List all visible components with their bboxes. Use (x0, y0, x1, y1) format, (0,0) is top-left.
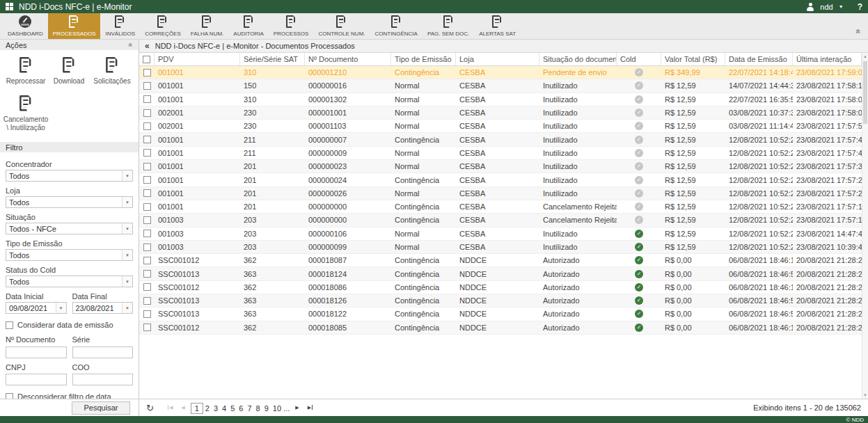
column-header-tipo-de-emissao[interactable]: Tipo de Emissão (391, 53, 456, 65)
select-all-checkbox[interactable] (143, 56, 150, 63)
table-row[interactable]: 001001310000001210ContingênciaCESBAPende… (139, 66, 862, 79)
refresh-icon[interactable]: ↻ (146, 403, 154, 413)
row-checkbox[interactable] (143, 69, 151, 77)
user-menu[interactable]: ndd (820, 3, 833, 11)
column-header-valor-total-r[interactable]: Valor Total (R$) (661, 53, 725, 65)
row-checkbox[interactable] (143, 203, 151, 211)
page-button-6[interactable]: 6 (237, 404, 245, 413)
tab-invalidos[interactable]: ✕INVÁLIDOS (100, 13, 140, 39)
page-button-1[interactable]: 1 (191, 403, 203, 414)
tab-auditoria[interactable]: iAUDITORIA (228, 13, 268, 39)
help-button[interactable]: ? (858, 2, 862, 12)
row-checkbox[interactable] (143, 163, 151, 170)
scrollbar-thumb[interactable] (863, 61, 867, 124)
column-header-data-de-emissao[interactable]: Data de Emissão (725, 53, 793, 65)
vertical-scrollbar[interactable]: ▲ ▼ (862, 53, 868, 399)
collapse-ribbon-icon[interactable]: « (854, 29, 864, 34)
table-row[interactable]: 001001211000000009NormalCESBAInutilizado… (139, 147, 862, 160)
row-checkbox[interactable] (143, 95, 151, 103)
row-checkbox[interactable] (143, 257, 151, 264)
tab-falha-num[interactable]: −FALHA NUM. (186, 13, 229, 39)
tab-processos[interactable]: ⚙PROCESSOS (269, 13, 314, 39)
cnpj-input[interactable] (6, 374, 67, 385)
cancelamento-inutilizacao-button[interactable]: ✕Cancelamento \ Inutilização (4, 94, 47, 132)
num-documento-input[interactable] (6, 346, 67, 358)
column-header-serie-serie-sat[interactable]: Série/Série SAT (240, 53, 305, 65)
next-page-button[interactable]: ▶ (292, 405, 301, 410)
tab-alertas-sat[interactable]: ⊘ALERTAS SAT (474, 13, 521, 39)
first-page-button[interactable]: ◀ (165, 405, 175, 410)
page-button-8[interactable]: 8 (254, 404, 262, 413)
column-header-n-documento[interactable]: Nº Documento (305, 53, 391, 65)
table-row[interactable]: 002001230000001103NormalCESBAInutilizado… (139, 120, 862, 133)
collapse-sidebar-icon[interactable]: « (145, 41, 150, 51)
row-checkbox[interactable] (143, 136, 151, 143)
table-row[interactable]: SSC001012362000018085ContingênciaNDDCEAu… (139, 321, 862, 335)
table-row[interactable]: SSC001013363000018126ContingênciaNDDCEAu… (139, 294, 862, 308)
row-checkbox[interactable] (143, 297, 151, 305)
reprocessar-button[interactable]: ↻Reprocessar (4, 56, 47, 86)
table-row[interactable]: SSC001013363000018124ContingênciaNDDCEAu… (139, 267, 862, 280)
tab-contingencia[interactable]: ▲CONTINGÊNCIA (370, 13, 423, 39)
scroll-up-icon[interactable]: ▲ (862, 53, 868, 60)
tab-processados[interactable]: ✓PROCESSADOS (48, 13, 101, 39)
coo-input[interactable] (72, 374, 134, 385)
column-header-loja[interactable]: Loja (456, 53, 539, 65)
table-row[interactable]: 001001211000000007ContingênciaCESBAInuti… (139, 133, 862, 146)
data-final-select[interactable]: 23/08/2021 ▼ (72, 302, 134, 314)
column-header-situacao-do-documento[interactable]: Situação do documento (539, 53, 617, 65)
table-row[interactable]: 001003203000000106NormalCESBAInutilizado… (139, 228, 862, 241)
data-inicial-select[interactable]: 09/08/2021 ▼ (6, 302, 67, 314)
page-button-9[interactable]: 9 (262, 404, 271, 413)
serie-input[interactable] (72, 346, 134, 358)
row-checkbox[interactable] (143, 216, 151, 224)
table-row[interactable]: 001001201000000026NormalCESBAInutilizado… (139, 187, 862, 200)
row-checkbox[interactable] (143, 149, 151, 157)
row-checkbox[interactable] (143, 283, 151, 291)
table-row[interactable]: 001001310000001302NormalCESBAInutilizado… (139, 93, 862, 106)
table-row[interactable]: 001001201000000023NormalCESBAInutilizado… (139, 160, 862, 173)
table-row[interactable]: 001003203000000099NormalCESBAInutilizado… (139, 241, 862, 254)
tab-controle-num[interactable]: !CONTROLE NUM. (313, 13, 370, 39)
solicitacoes-button[interactable]: ◉Solicitações (90, 56, 134, 86)
collapse-panel-icon[interactable]: « (127, 43, 135, 47)
considerar-emissao-checkbox[interactable] (6, 321, 13, 329)
page-button-2[interactable]: 2 (203, 404, 212, 413)
table-row[interactable]: SSC001012362000018086ContingênciaNDDCEAu… (139, 281, 862, 294)
loja-select[interactable]: Todos ▼ (6, 196, 133, 208)
row-checkbox[interactable] (143, 176, 151, 184)
row-checkbox[interactable] (143, 122, 151, 130)
row-checkbox[interactable] (143, 82, 151, 90)
table-row[interactable]: 001001150000000016NormalCESBAInutilizado… (139, 79, 862, 93)
row-checkbox[interactable] (143, 230, 151, 237)
tab-correcoes[interactable]: ✎CORREÇÕES (140, 13, 186, 39)
row-checkbox[interactable] (143, 270, 151, 278)
table-row[interactable]: SSC001013363000018122ContingênciaNDDCEAu… (139, 308, 862, 321)
situacao-select[interactable]: Todos - NFCe ▼ (6, 223, 133, 234)
row-checkbox[interactable] (143, 310, 151, 318)
pesquisar-button[interactable]: Pesquisar (72, 401, 130, 415)
chevron-down-icon[interactable]: ▼ (839, 4, 844, 9)
page-button-7[interactable]: 7 (245, 404, 253, 413)
prev-page-button[interactable]: ◀ (178, 405, 187, 410)
row-checkbox[interactable] (143, 189, 151, 197)
row-checkbox[interactable] (143, 244, 151, 251)
scroll-down-icon[interactable]: ▼ (862, 392, 868, 399)
tab-dashboard[interactable]: DASHBOARD (3, 13, 48, 39)
column-header-cold[interactable]: Cold (617, 53, 661, 65)
download-button[interactable]: ↓Download (47, 56, 90, 86)
app-grid-icon[interactable] (6, 3, 13, 10)
tipo-emissao-select[interactable]: Todos ▼ (6, 249, 133, 261)
page-button-10[interactable]: 10 (271, 404, 283, 413)
status-cold-select[interactable]: Todos ▼ (6, 276, 133, 287)
table-row[interactable]: SSC001012362000018087ContingênciaNDDCEAu… (139, 254, 862, 267)
row-checkbox[interactable] (143, 109, 151, 117)
column-header-ultima-interacao[interactable]: Última interação (793, 53, 862, 65)
table-row[interactable]: 001001201000000024ContingênciaCESBAInuti… (139, 173, 862, 186)
page-button-3[interactable]: 3 (212, 404, 220, 413)
table-row[interactable]: 002001230000001001NormalCESBAInutilizado… (139, 106, 862, 120)
tab-pag-sem-doc[interactable]: !PAG. SEM DOC. (423, 13, 474, 39)
row-checkbox[interactable] (143, 324, 151, 331)
last-page-button[interactable]: ▶ (305, 405, 315, 410)
page-button-4[interactable]: 4 (220, 404, 228, 413)
